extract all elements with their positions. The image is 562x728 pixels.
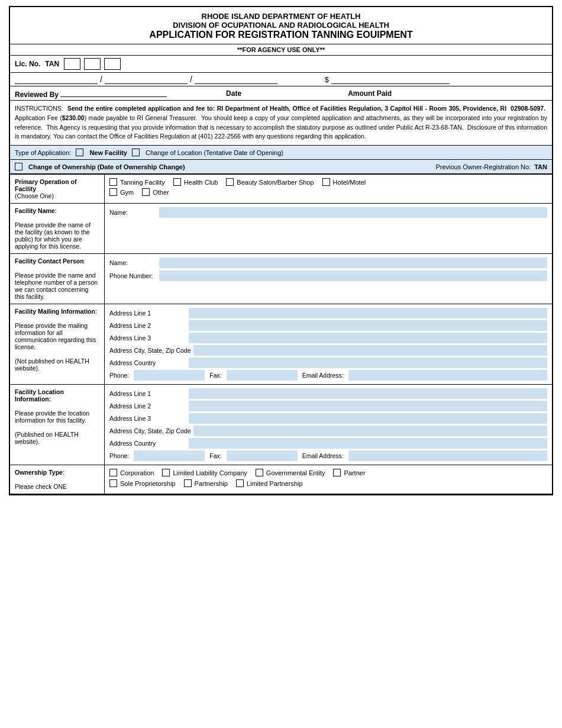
prev-owner-label: Previous Owner-Registration No: xyxy=(435,163,531,170)
type-app-row: Type of Application: New Facility Change… xyxy=(10,146,552,160)
ownership-change-label: Change of Ownership (Date of Ownership C… xyxy=(28,163,185,170)
location-email-input[interactable] xyxy=(348,450,547,461)
mailing-country-label: Address Country xyxy=(109,359,186,366)
date-label-section: Date xyxy=(226,89,241,98)
change-location-checkbox[interactable] xyxy=(132,149,140,156)
gov-entity-checkbox[interactable] xyxy=(256,469,263,476)
other-option: Other xyxy=(142,188,169,196)
sole-prop-checkbox[interactable] xyxy=(109,479,117,487)
type-app-label: Type of Application: xyxy=(15,149,71,156)
ownership-type-content: Corporation Limited Liability Company Go… xyxy=(105,465,552,494)
mailing-addr2-row: Address Line 2 xyxy=(109,320,547,331)
partner-label: Partner xyxy=(344,469,365,476)
prev-owner-section: Previous Owner-Registration No: TAN xyxy=(435,163,547,170)
primary-operation-row: Primary Operation of Facility (Choose On… xyxy=(10,175,552,204)
location-city-label: Address City, State, Zip Code xyxy=(109,427,191,434)
location-addr3-label: Address Line 3 xyxy=(109,415,186,422)
contact-name-input[interactable] xyxy=(159,257,547,268)
limited-partnership-checkbox[interactable] xyxy=(236,479,244,487)
date-field-2[interactable] xyxy=(105,75,188,84)
partnership-checkbox[interactable] xyxy=(184,479,192,487)
ownership-change-checkbox[interactable] xyxy=(15,163,22,170)
facility-name-label: Facility Name: Please provide the name o… xyxy=(10,204,105,253)
location-country-row: Address Country xyxy=(109,438,547,449)
amount-paid-label: Amount Paid xyxy=(348,89,392,98)
location-fax-input[interactable] xyxy=(227,450,298,461)
ownership-row-2: Sole Proprietorship Partnership Limited … xyxy=(109,479,547,487)
amount-field[interactable] xyxy=(331,75,450,84)
contact-phone-label: Phone Number: xyxy=(109,272,157,279)
primary-content: Tanning Facility Health Club Beauty Salo… xyxy=(105,175,552,203)
location-phone-label: Phone: xyxy=(109,452,129,459)
mailing-country-row: Address Country xyxy=(109,357,547,368)
location-addr3-input[interactable] xyxy=(189,413,547,424)
mailing-addr2-input[interactable] xyxy=(189,320,547,331)
primary-check-row-2: Gym Other xyxy=(109,188,547,196)
facility-name-input[interactable] xyxy=(159,207,547,218)
facility-name-section: Facility Name: Please provide the name o… xyxy=(10,204,552,254)
location-addr1-label: Address Line 1 xyxy=(109,390,186,397)
contact-phone-input[interactable] xyxy=(159,270,547,281)
contact-name-label: Name: xyxy=(109,259,157,266)
health-club-option: Health Club xyxy=(173,178,218,186)
mailing-country-input[interactable] xyxy=(189,357,547,368)
amount-section: $ xyxy=(325,75,450,84)
mailing-addr1-label: Address Line 1 xyxy=(109,310,186,317)
new-facility-checkbox[interactable] xyxy=(76,149,83,156)
instructions-block: INSTRUCTIONS: Send the entire completed … xyxy=(10,101,552,146)
llc-checkbox[interactable] xyxy=(162,469,170,476)
corporation-checkbox[interactable] xyxy=(109,469,117,476)
gym-checkbox[interactable] xyxy=(109,188,117,196)
facility-location-section: Facility Location Information: Please pr… xyxy=(10,385,552,465)
date-field-1[interactable] xyxy=(15,75,98,84)
prev-owner-tan: TAN xyxy=(534,163,547,170)
beauty-salon-label: Beauty Salon/Barber Shop xyxy=(237,179,314,186)
facility-contact-section: Facility Contact Person: Please provide … xyxy=(10,254,552,304)
hotel-motel-option: Hotel/Motel xyxy=(322,178,366,186)
mailing-fax-input[interactable] xyxy=(227,370,298,381)
location-phone-input[interactable] xyxy=(134,450,205,461)
facility-mailing-content: Address Line 1 Address Line 2 Address Li… xyxy=(105,304,552,384)
mailing-addr1-input[interactable] xyxy=(189,308,547,318)
lic-box-2[interactable] xyxy=(84,58,101,70)
reviewed-field[interactable] xyxy=(60,88,167,97)
primary-label: Primary Operation of Facility (Choose On… xyxy=(10,175,105,203)
location-addr2-row: Address Line 2 xyxy=(109,401,547,411)
tanning-facility-checkbox[interactable] xyxy=(109,178,117,186)
header-line1: RHODE ISLAND DEPARTMENT OF HEATLH xyxy=(12,12,550,21)
location-city-input[interactable] xyxy=(193,426,547,436)
corporation-option: Corporation xyxy=(109,469,154,476)
ownership-type-label: Ownership Type: Please check ONE xyxy=(10,465,105,494)
mailing-city-input[interactable] xyxy=(193,345,547,356)
mailing-city-label: Address City, State, Zip Code xyxy=(109,347,191,354)
mailing-email-input[interactable] xyxy=(348,370,547,381)
limited-partnership-label: Limited Partnership xyxy=(247,480,303,487)
partner-checkbox[interactable] xyxy=(333,469,341,476)
mailing-fax-label: Fax: xyxy=(209,372,221,379)
reviewed-label: Reviewed By xyxy=(15,91,59,99)
facility-contact-label: Facility Contact Person: Please provide … xyxy=(10,254,105,304)
beauty-salon-checkbox[interactable] xyxy=(226,178,234,186)
location-country-input[interactable] xyxy=(189,438,547,449)
location-email-label: Email Address: xyxy=(302,452,344,459)
location-addr1-input[interactable] xyxy=(189,388,547,399)
partnership-option: Partnership xyxy=(184,479,228,487)
health-club-checkbox[interactable] xyxy=(173,178,181,186)
other-checkbox[interactable] xyxy=(142,188,150,196)
facility-location-label: Facility Location Information: Please pr… xyxy=(10,385,105,465)
location-addr2-input[interactable] xyxy=(189,401,547,411)
lic-box-1[interactable] xyxy=(64,58,80,70)
mailing-addr3-input[interactable] xyxy=(189,333,547,343)
change-location-label: Change of Location (Tentative Date of Op… xyxy=(146,149,283,156)
mailing-phone-row: Phone: Fax: Email Address: xyxy=(109,370,547,381)
lic-box-3[interactable] xyxy=(104,58,121,70)
other-label: Other xyxy=(153,189,169,196)
mailing-email-label: Email Address: xyxy=(302,372,344,379)
date-field-3[interactable] xyxy=(195,75,277,84)
hotel-motel-checkbox[interactable] xyxy=(322,178,330,186)
agency-use-banner: **FOR AGENCY USE ONLY** xyxy=(10,44,552,56)
mailing-addr1-row: Address Line 1 xyxy=(109,308,547,318)
tanning-facility-option: Tanning Facility xyxy=(109,178,165,186)
mailing-phone-input[interactable] xyxy=(134,370,205,381)
application-form: RHODE ISLAND DEPARTMENT OF HEATLH DIVISI… xyxy=(9,6,553,495)
